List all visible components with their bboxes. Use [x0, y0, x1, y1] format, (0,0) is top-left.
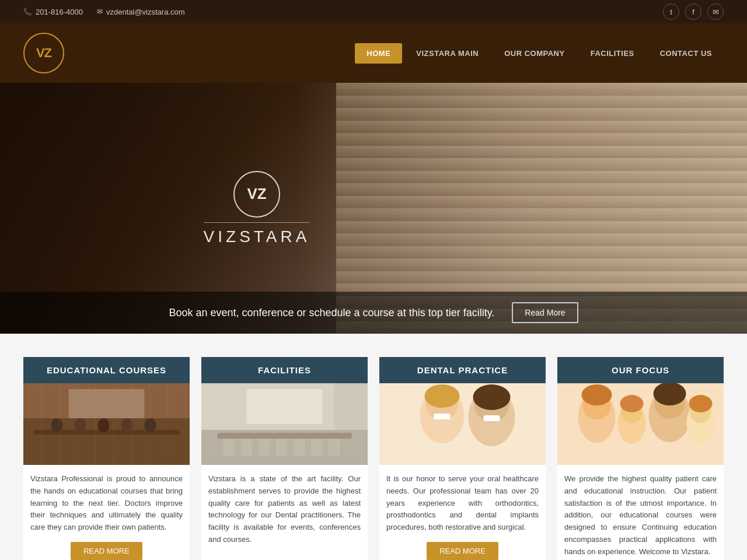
- card-focus-body: We provide the highest quality patient c…: [557, 465, 724, 560]
- svg-rect-17: [311, 439, 323, 456]
- hero-caption: Book an event, conference or schedule a …: [0, 292, 747, 334]
- card-educational: EDUCATIONAL COURSES Vizstara Professiona…: [23, 357, 190, 560]
- card-dental-footer: Read More: [379, 542, 546, 560]
- nav-facilities[interactable]: FACILITIES: [579, 43, 646, 64]
- card-dental-image: [379, 383, 546, 465]
- blind-slat: [336, 158, 747, 171]
- hero-logo-area: VZ VIZSTARA: [204, 171, 310, 246]
- blind-slat: [336, 246, 747, 259]
- card-focus-image: [557, 383, 724, 465]
- svg-point-33: [582, 384, 612, 405]
- card-educational-btn[interactable]: Read More: [71, 542, 142, 560]
- email-icon: [97, 8, 103, 16]
- svg-rect-14: [259, 439, 270, 456]
- fac-illustration: [201, 383, 368, 465]
- nav-home[interactable]: HOME: [355, 43, 402, 64]
- blind-slat: [336, 233, 747, 246]
- svg-rect-13: [241, 439, 253, 456]
- blind-slat: [336, 208, 747, 221]
- blind-slat: [336, 221, 747, 234]
- facebook-icon[interactable]: f: [685, 4, 701, 20]
- nav-main[interactable]: VIZSTARA MAIN: [404, 43, 490, 64]
- svg-point-24: [425, 384, 460, 408]
- card-facilities-header: FACILITIES: [201, 357, 368, 383]
- svg-point-42: [689, 395, 713, 412]
- svg-rect-29: [484, 415, 500, 421]
- blind-slat: [336, 196, 747, 209]
- card-facilities: FACILITIES Vizstara is a sta: [201, 357, 368, 560]
- card-dental-header: DENTAL PRACTICE: [379, 357, 546, 383]
- svg-rect-8: [69, 389, 145, 418]
- card-educational-header: EDUCATIONAL COURSES: [23, 357, 190, 383]
- main-nav: HOME VIZSTARA MAIN OUR COMPANY FACILITIE…: [355, 43, 724, 64]
- hero-caption-text: Book an event, conference or schedule a …: [169, 307, 494, 319]
- card-facilities-body: Vizstara is a state of the art facility.…: [201, 465, 368, 554]
- card-dental-btn[interactable]: Read More: [427, 542, 498, 560]
- blind-slat: [336, 108, 747, 121]
- svg-point-36: [620, 395, 644, 412]
- svg-rect-0: [23, 383, 190, 465]
- hero-brand-name: VIZSTARA: [204, 222, 310, 246]
- card-dental-body: It is our honor to serve your oral healt…: [379, 465, 546, 542]
- social-links: t f ✉: [663, 4, 724, 20]
- blind-slat: [336, 121, 747, 134]
- twitter-icon[interactable]: t: [663, 4, 679, 20]
- edu-illustration: [23, 383, 190, 465]
- blind-slat: [336, 83, 747, 96]
- hero-read-more-button[interactable]: Read More: [512, 302, 578, 323]
- card-focus-header: OUR FOCUS: [557, 357, 724, 383]
- card-dental: DENTAL PRACTICE It is our honor to serve…: [379, 357, 546, 560]
- logo: VZ: [23, 33, 64, 74]
- svg-rect-15: [276, 439, 288, 456]
- blind-slat: [336, 258, 747, 271]
- phone-icon: [23, 8, 32, 16]
- card-facilities-footer: [201, 554, 368, 560]
- cards-section: EDUCATIONAL COURSES Vizstara Professiona…: [0, 334, 747, 560]
- email-info: vzdental@vizstara.com: [97, 8, 185, 16]
- blind-slat: [336, 96, 747, 108]
- card-educational-image: [23, 383, 190, 465]
- blind-slat: [336, 171, 747, 184]
- card-facilities-image: [201, 383, 368, 465]
- blind-slat: [336, 183, 747, 196]
- svg-rect-1: [23, 418, 190, 465]
- svg-rect-20: [334, 383, 368, 430]
- card-educational-body: Vizstara Professional is proud to announ…: [23, 465, 190, 542]
- email-address: vzdental@vizstara.com: [106, 8, 185, 16]
- nav-company[interactable]: OUR COMPANY: [493, 43, 576, 64]
- phone-info: 201-816-4000: [23, 8, 83, 16]
- blind-slat: [336, 271, 747, 284]
- hero-vz-logo: VZ: [233, 171, 280, 218]
- card-educational-footer: Read More: [23, 542, 190, 560]
- hero-section: VZ VIZSTARA Book an event, conference or…: [0, 83, 747, 334]
- card-focus: OUR FOCUS: [557, 357, 724, 560]
- header: VZ HOME VIZSTARA MAIN OUR COMPANY FACILI…: [0, 23, 747, 83]
- focus-illustration: [557, 383, 724, 465]
- svg-rect-18: [329, 439, 340, 456]
- nav-contact[interactable]: CONTACT US: [648, 43, 724, 64]
- svg-point-28: [473, 384, 511, 410]
- dental-illustration: [379, 383, 546, 465]
- logo-text: VZ: [36, 46, 51, 61]
- svg-rect-25: [434, 414, 451, 419]
- svg-point-5: [98, 418, 110, 432]
- svg-rect-2: [34, 430, 180, 435]
- svg-point-7: [145, 418, 156, 432]
- svg-rect-16: [294, 439, 305, 456]
- svg-point-6: [121, 418, 133, 432]
- svg-rect-11: [218, 433, 352, 439]
- svg-point-4: [75, 418, 86, 432]
- svg-rect-19: [247, 389, 323, 424]
- top-bar: 201-816-4000 vzdental@vizstara.com t f ✉: [0, 0, 747, 23]
- blind-slat: [336, 146, 747, 159]
- svg-rect-12: [224, 439, 235, 456]
- blind-slat: [336, 133, 747, 146]
- svg-point-3: [51, 418, 63, 432]
- phone-number: 201-816-4000: [36, 8, 83, 16]
- mail-icon[interactable]: ✉: [707, 4, 724, 20]
- top-bar-contact: 201-816-4000 vzdental@vizstara.com: [23, 8, 185, 16]
